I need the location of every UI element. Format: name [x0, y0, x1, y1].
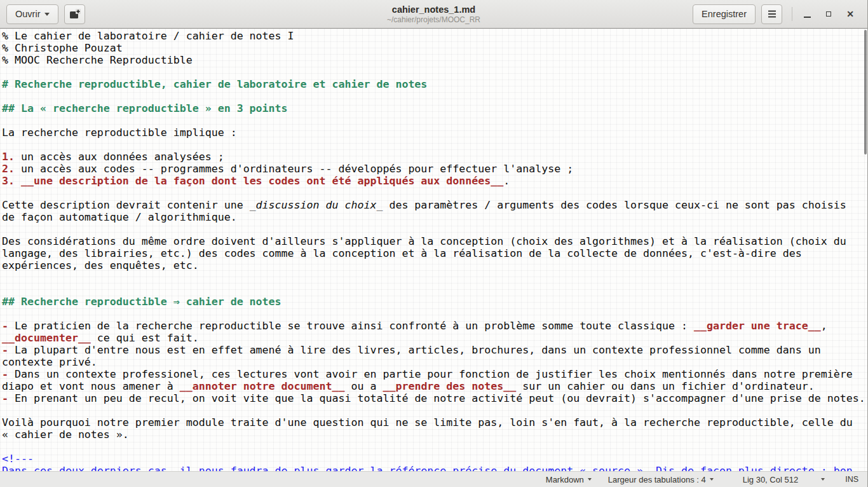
maximize-button[interactable]: [818, 3, 839, 25]
editor-line[interactable]: Voilà pourquoi notre premier module trai…: [2, 416, 867, 429]
editor-line[interactable]: contexte privé.: [2, 356, 867, 368]
close-button[interactable]: ✕: [839, 3, 861, 25]
editor-line[interactable]: % Christophe Pouzat: [2, 42, 867, 54]
editor-line[interactable]: - En prenant un peu de recul, on voit vi…: [2, 392, 867, 404]
chevron-down-icon: [710, 478, 714, 481]
cursor-position-menu-caret[interactable]: [821, 478, 825, 481]
editor-line[interactable]: expériences, des enquêtes, etc.: [2, 259, 867, 271]
editor-line[interactable]: [2, 139, 867, 151]
editor-line[interactable]: - La plupart d'entre nous est en effet a…: [2, 344, 867, 356]
save-button[interactable]: Enregistrer: [693, 4, 756, 24]
editor-line[interactable]: % Le cahier de laboratoire / cahier de n…: [2, 30, 867, 42]
file-path-subtitle: ~/cahier/projets/MOOC_RR: [387, 15, 480, 24]
editor-line[interactable]: [2, 90, 867, 102]
close-icon: ✕: [846, 10, 854, 18]
minimize-button[interactable]: [796, 3, 818, 25]
headerbar-left: Ouvrir: [6, 4, 85, 24]
tab-width-label: Largeur des tabulations : 4: [608, 475, 706, 484]
editor-line[interactable]: 3. __une description de la façon dont le…: [2, 175, 867, 187]
editor-line[interactable]: [2, 66, 867, 78]
editor-line[interactable]: 2. un accès aux codes -- programmes d'or…: [2, 163, 867, 175]
editor-line[interactable]: - Dans un contexte professionel, ces lec…: [2, 368, 867, 380]
insert-mode-indicator[interactable]: INS: [845, 475, 858, 484]
editor-line[interactable]: 1. un accès aux données analysées ;: [2, 151, 867, 163]
headerbar: Ouvrir cahier_notes_1.md ~/cahier/projet…: [0, 0, 867, 29]
editor-line[interactable]: [2, 441, 867, 453]
editor-line[interactable]: ## La « recherche reproductible » en 3 p…: [2, 102, 867, 114]
gedit-window: Ouvrir cahier_notes_1.md ~/cahier/projet…: [0, 0, 868, 487]
hamburger-menu-icon: [767, 10, 777, 18]
editor-line[interactable]: diapo et vont nous amener à __annoter no…: [2, 380, 867, 392]
editor-line[interactable]: # Recherche reproductible, cahier de lab…: [2, 78, 867, 90]
editor-line[interactable]: La recherche reproductible implique :: [2, 127, 867, 139]
language-selector[interactable]: Markdown: [546, 475, 592, 484]
window-title: cahier_notes_1.md: [392, 4, 475, 15]
editor-line[interactable]: - Le praticien de la recherche reproduct…: [2, 320, 867, 332]
editor-line[interactable]: [2, 308, 867, 320]
editor-line[interactable]: Des considérations du même ordre doivent…: [2, 235, 867, 247]
editor-line[interactable]: langage, des librairies, etc.) des codes…: [2, 247, 867, 259]
tab-width-selector[interactable]: Largeur des tabulations : 4: [608, 475, 714, 484]
editor-line[interactable]: % MOOC Recherche Reproductible: [2, 54, 867, 66]
chevron-down-icon: [44, 13, 50, 16]
chevron-down-icon: [588, 478, 592, 481]
statusbar: Markdown Largeur des tabulations : 4 Lig…: [0, 471, 867, 487]
editor-line[interactable]: ## Recherche reproductible ⇒ cahier de n…: [2, 296, 867, 308]
menu-button[interactable]: [761, 4, 782, 24]
save-button-label: Enregistrer: [702, 9, 747, 19]
maximize-icon: [826, 11, 831, 17]
minimize-icon: [804, 17, 811, 18]
language-label: Markdown: [546, 475, 584, 484]
editor-line[interactable]: [2, 271, 867, 284]
cursor-position-indicator[interactable]: Lig 30, Col 512: [743, 475, 798, 484]
vertical-scrollbar-thumb[interactable]: [864, 30, 867, 154]
open-button[interactable]: Ouvrir: [6, 4, 58, 24]
headerbar-separator: [792, 7, 792, 21]
headerbar-right: Enregistrer ✕: [687, 3, 861, 25]
editor-line[interactable]: [2, 404, 867, 416]
new-document-button[interactable]: [64, 4, 85, 24]
editor-line[interactable]: [2, 187, 867, 199]
editor-line[interactable]: « cahier de notes ».: [2, 429, 867, 441]
text-editor-area[interactable]: % Le cahier de laboratoire / cahier de n…: [0, 29, 867, 471]
editor-line[interactable]: Dans ces deux derniers cas, il nous faud…: [2, 465, 867, 471]
editor-line[interactable]: <!---: [2, 453, 867, 465]
editor-line[interactable]: Cette description devrait contenir une _…: [2, 199, 867, 211]
insert-mode-label: INS: [845, 475, 858, 484]
editor-line[interactable]: __documenter__ ce qui est fait.: [2, 332, 867, 344]
open-button-label: Ouvrir: [15, 9, 40, 19]
new-document-icon: [69, 9, 81, 19]
editor-line[interactable]: [2, 223, 867, 235]
editor-line[interactable]: de façon automatique / algorithmique.: [2, 211, 867, 223]
cursor-position-label: Lig 30, Col 512: [743, 475, 798, 484]
editor-line[interactable]: [2, 114, 867, 127]
editor-line[interactable]: [2, 284, 867, 296]
